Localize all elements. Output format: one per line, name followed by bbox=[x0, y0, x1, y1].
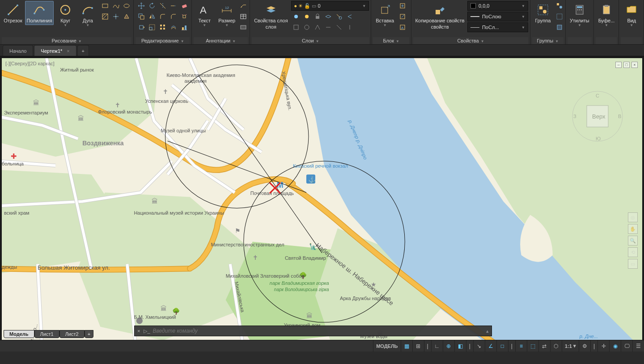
layer-props-button[interactable]: Свойства слоя слоя bbox=[252, 1, 290, 31]
status-ortho-icon[interactable]: ∟ bbox=[431, 340, 443, 352]
match-props-button[interactable]: Копирование свойств свойств bbox=[413, 1, 466, 31]
layout-sheet1[interactable]: Лист1 bbox=[34, 330, 59, 338]
utilities-button[interactable]: Утилиты ▼ bbox=[568, 1, 592, 29]
nav-wheel-icon[interactable]: ◎ bbox=[628, 212, 638, 222]
panel-annotations-title[interactable]: Аннотации▼ bbox=[194, 37, 248, 44]
layer-t6-icon[interactable] bbox=[345, 22, 355, 32]
pan-icon[interactable]: ✋ bbox=[628, 224, 638, 234]
layer-t2-icon[interactable] bbox=[302, 22, 312, 32]
explode-icon[interactable] bbox=[179, 12, 189, 21]
layout-add[interactable]: + bbox=[85, 330, 93, 338]
status-snap-icon[interactable]: ⊞ bbox=[412, 340, 424, 352]
panel-properties-title[interactable]: Свойства▼ bbox=[413, 37, 528, 44]
point-icon[interactable] bbox=[111, 12, 121, 21]
minimize-icon[interactable]: – bbox=[615, 62, 622, 68]
offset-icon[interactable] bbox=[169, 22, 178, 32]
status-model[interactable]: МОДЕЛЬ bbox=[373, 340, 400, 352]
group-edit-icon[interactable] bbox=[555, 12, 564, 21]
viewport-label[interactable]: [-][Сверху][2D каркас] bbox=[5, 61, 55, 66]
fillet-icon[interactable] bbox=[158, 12, 168, 21]
align-icon[interactable] bbox=[179, 22, 189, 32]
status-polar-icon[interactable]: ⊕ bbox=[443, 340, 454, 352]
insert-button[interactable]: Вставка ▼ bbox=[373, 1, 397, 29]
status-anno-icon[interactable]: ✛ bbox=[597, 340, 609, 352]
zoom-icon[interactable]: 🔍 bbox=[628, 236, 638, 245]
status-cycle-icon[interactable]: ⇄ bbox=[538, 340, 550, 352]
layer-t5-icon[interactable] bbox=[334, 22, 344, 32]
layer-iso-icon[interactable] bbox=[323, 12, 333, 21]
close-icon[interactable]: × bbox=[67, 48, 69, 54]
mirror-icon[interactable] bbox=[147, 12, 157, 21]
stretch-icon[interactable] bbox=[136, 22, 146, 32]
line-button[interactable]: Отрезок bbox=[2, 1, 24, 25]
status-scale[interactable]: 1:1 ▾ bbox=[562, 340, 579, 352]
status-lineweight-icon[interactable]: ≡ bbox=[515, 340, 527, 352]
layout-sheet2[interactable]: Лист2 bbox=[59, 330, 85, 338]
tab-home[interactable]: Начало bbox=[3, 45, 33, 56]
layer-off-icon[interactable] bbox=[302, 12, 312, 21]
cmd-close-icon[interactable]: × bbox=[137, 328, 140, 334]
ungroup-icon[interactable] bbox=[555, 1, 564, 11]
panel-block-title[interactable]: Блок▼ bbox=[373, 37, 409, 44]
layer-t1-icon[interactable] bbox=[291, 22, 301, 32]
drawing-canvas[interactable]: ⚓ М 🏛 ✝ ✝ 🏛 🏛 ⚑ ✝ 🗽 ★ 🏛 🏛 🏛 ⬤ 🌳 🌳 ✚ Житн… bbox=[2, 58, 642, 350]
tab-drawing1[interactable]: Чертеж1*× bbox=[34, 45, 76, 56]
status-workspace-icon[interactable]: ◉ bbox=[609, 340, 621, 352]
linetype-combo[interactable]: ПоСл... ▼ bbox=[467, 22, 528, 32]
status-grid-icon[interactable]: ▦ bbox=[401, 340, 412, 352]
circle-button[interactable]: Круг ▼ bbox=[55, 1, 76, 29]
lineweight-combo[interactable]: ПоСлою ▼ bbox=[467, 12, 528, 21]
maximize-icon[interactable]: □ bbox=[623, 62, 630, 68]
layer-lock-icon[interactable] bbox=[313, 12, 322, 21]
layer-combo[interactable]: ● ☀ 🔓 ▭ 0 ▼ bbox=[291, 1, 369, 11]
rotate-icon[interactable] bbox=[147, 1, 157, 11]
rectangle-icon[interactable] bbox=[100, 1, 110, 11]
showmotion-icon[interactable]: ▭ bbox=[628, 259, 638, 269]
extend-icon[interactable] bbox=[169, 1, 178, 11]
command-input[interactable] bbox=[153, 328, 483, 334]
command-line[interactable]: × ▷_ ▴ bbox=[134, 326, 492, 336]
layer-freeze-icon[interactable] bbox=[291, 12, 301, 21]
layer-t4-icon[interactable] bbox=[323, 22, 333, 32]
layer-match-icon[interactable] bbox=[334, 12, 344, 21]
status-custom-icon[interactable]: ☰ bbox=[632, 340, 644, 352]
hatch-icon[interactable] bbox=[100, 12, 110, 21]
edit-block-icon[interactable] bbox=[398, 12, 407, 21]
region-icon[interactable] bbox=[122, 12, 131, 21]
tab-add[interactable]: + bbox=[77, 45, 89, 56]
group-sel-icon[interactable] bbox=[555, 22, 564, 32]
color-combo[interactable]: 0,0,0 ▼ bbox=[467, 1, 528, 11]
orbit-icon[interactable]: ⟲ bbox=[628, 247, 638, 257]
status-gear-icon[interactable]: ⚙ bbox=[579, 340, 590, 352]
scale-icon[interactable] bbox=[147, 22, 157, 32]
ellipse-icon[interactable] bbox=[122, 1, 131, 11]
layer-t3-icon[interactable] bbox=[313, 22, 322, 32]
viewcube[interactable]: Верх С Ю З В МСК bbox=[571, 89, 624, 143]
status-monitor-icon[interactable]: 🖵 bbox=[621, 340, 632, 352]
panel-drawing-title[interactable]: Рисование▼ bbox=[2, 37, 131, 44]
create-block-icon[interactable] bbox=[398, 1, 407, 11]
erase-icon[interactable] bbox=[179, 1, 189, 11]
status-transparency-icon[interactable]: ⬚ bbox=[527, 340, 538, 352]
leader-icon[interactable] bbox=[238, 1, 248, 11]
clipboard-button[interactable]: Буфе... ▼ bbox=[596, 1, 617, 29]
array-icon[interactable] bbox=[158, 22, 168, 32]
status-osnap-icon[interactable]: ∠ bbox=[485, 340, 496, 352]
arc-button[interactable]: Дуга ▼ bbox=[77, 1, 98, 29]
table-icon[interactable] bbox=[238, 12, 248, 21]
dimension-button[interactable]: 12 Размер ▼ bbox=[216, 1, 237, 29]
status-3dsnap-icon[interactable]: ⬡ bbox=[550, 340, 562, 352]
spline-icon[interactable] bbox=[111, 1, 121, 11]
chamfer-icon[interactable] bbox=[169, 12, 178, 21]
panel-editing-title[interactable]: Редактирование▼ bbox=[136, 37, 190, 44]
layout-model[interactable]: Модель bbox=[4, 330, 34, 338]
cmd-history-icon[interactable]: ▴ bbox=[486, 328, 489, 334]
text-button[interactable]: A Текст ▼ bbox=[194, 1, 215, 29]
group-button[interactable]: Группа bbox=[532, 1, 554, 25]
attr-block-icon[interactable]: A bbox=[398, 22, 407, 32]
panel-layers-title[interactable]: Слои▼ bbox=[252, 37, 369, 44]
panel-groups-title[interactable]: Группы▼ bbox=[532, 37, 564, 44]
move-icon[interactable] bbox=[136, 1, 146, 11]
status-otrack-icon[interactable]: ↘ bbox=[473, 340, 485, 352]
layer-prev-icon[interactable] bbox=[345, 12, 355, 21]
